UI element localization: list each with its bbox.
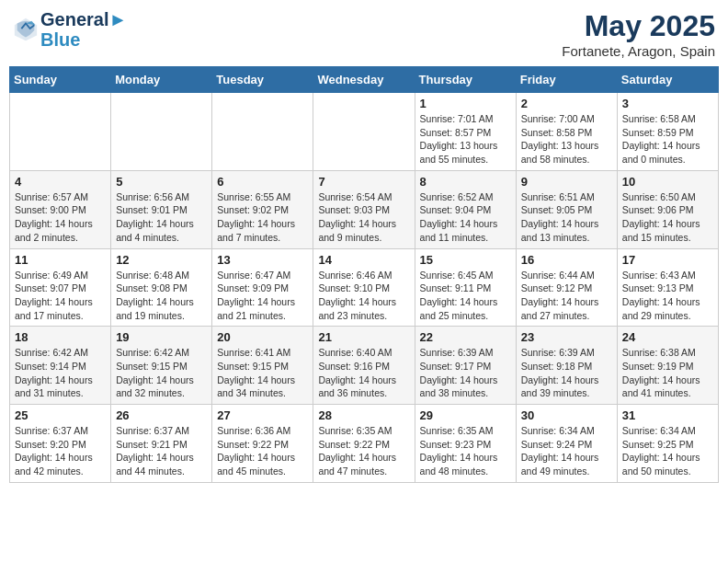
calendar-header-row: SundayMondayTuesdayWednesdayThursdayFrid… (10, 67, 719, 93)
day-number: 14 (318, 253, 409, 267)
day-info: Sunrise: 6:56 AMSunset: 9:01 PMDaylight:… (116, 190, 207, 245)
column-header-tuesday: Tuesday (212, 67, 313, 93)
day-number: 27 (217, 408, 308, 422)
day-number: 23 (521, 330, 612, 344)
day-info: Sunrise: 6:49 AMSunset: 9:07 PMDaylight:… (15, 269, 106, 323)
calendar-week-row: 1Sunrise: 7:01 AMSunset: 8:57 PMDaylight… (10, 93, 719, 171)
day-info: Sunrise: 6:57 AMSunset: 9:00 PMDaylight:… (15, 190, 106, 245)
calendar-cell: 22Sunrise: 6:39 AMSunset: 9:17 PMDayligh… (415, 327, 516, 405)
day-info: Sunrise: 6:44 AMSunset: 9:12 PMDaylight:… (521, 269, 612, 323)
calendar-cell: 2Sunrise: 7:00 AMSunset: 8:58 PMDaylight… (516, 93, 617, 171)
day-number: 25 (15, 408, 106, 422)
calendar-cell: 29Sunrise: 6:35 AMSunset: 9:23 PMDayligh… (415, 405, 516, 483)
day-info: Sunrise: 6:47 AMSunset: 9:09 PMDaylight:… (217, 269, 308, 323)
day-number: 26 (116, 408, 207, 422)
day-info: Sunrise: 6:46 AMSunset: 9:10 PMDaylight:… (318, 269, 409, 323)
title-block: May 2025 Fortanete, Aragon, Spain (562, 9, 715, 59)
day-info: Sunrise: 6:42 AMSunset: 9:15 PMDaylight:… (116, 346, 207, 400)
day-number: 3 (622, 97, 713, 110)
day-number: 24 (622, 330, 713, 344)
day-number: 13 (217, 253, 308, 267)
day-info: Sunrise: 6:58 AMSunset: 8:59 PMDaylight:… (622, 112, 713, 167)
calendar-cell (111, 93, 212, 171)
logo-text-line1: General► (40, 9, 127, 29)
calendar-cell: 16Sunrise: 6:44 AMSunset: 9:12 PMDayligh… (516, 248, 617, 327)
day-info: Sunrise: 6:36 AMSunset: 9:22 PMDaylight:… (217, 424, 308, 478)
day-number: 31 (622, 408, 713, 422)
day-info: Sunrise: 6:55 AMSunset: 9:02 PMDaylight:… (217, 190, 308, 245)
calendar-cell: 13Sunrise: 6:47 AMSunset: 9:09 PMDayligh… (212, 248, 313, 327)
column-header-sunday: Sunday (10, 67, 111, 93)
day-info: Sunrise: 6:37 AMSunset: 9:20 PMDaylight:… (15, 424, 106, 478)
day-info: Sunrise: 6:38 AMSunset: 9:19 PMDaylight:… (622, 346, 713, 400)
day-info: Sunrise: 6:48 AMSunset: 9:08 PMDaylight:… (116, 269, 207, 323)
day-info: Sunrise: 6:35 AMSunset: 9:22 PMDaylight:… (318, 424, 409, 478)
calendar-cell: 1Sunrise: 7:01 AMSunset: 8:57 PMDaylight… (415, 93, 516, 171)
calendar-cell: 31Sunrise: 6:34 AMSunset: 9:25 PMDayligh… (617, 405, 718, 483)
day-info: Sunrise: 6:37 AMSunset: 9:21 PMDaylight:… (116, 424, 207, 478)
location-subtitle: Fortanete, Aragon, Spain (562, 43, 715, 59)
calendar-cell (10, 93, 111, 171)
logo-icon (13, 17, 39, 42)
day-info: Sunrise: 6:39 AMSunset: 9:18 PMDaylight:… (521, 346, 612, 400)
column-header-saturday: Saturday (617, 67, 718, 93)
column-header-wednesday: Wednesday (313, 67, 415, 93)
calendar-cell: 27Sunrise: 6:36 AMSunset: 9:22 PMDayligh… (212, 405, 313, 483)
logo: General► Blue (13, 9, 127, 50)
calendar-cell: 23Sunrise: 6:39 AMSunset: 9:18 PMDayligh… (516, 327, 617, 405)
day-info: Sunrise: 7:00 AMSunset: 8:58 PMDaylight:… (521, 112, 612, 167)
day-number: 16 (521, 253, 612, 267)
day-number: 6 (217, 175, 308, 189)
day-number: 15 (420, 253, 511, 267)
calendar-week-row: 18Sunrise: 6:42 AMSunset: 9:14 PMDayligh… (10, 327, 719, 405)
day-info: Sunrise: 6:52 AMSunset: 9:04 PMDaylight:… (420, 190, 511, 245)
day-number: 1 (420, 97, 511, 110)
calendar-cell: 25Sunrise: 6:37 AMSunset: 9:20 PMDayligh… (10, 405, 111, 483)
day-number: 8 (420, 175, 511, 189)
day-info: Sunrise: 6:43 AMSunset: 9:13 PMDaylight:… (622, 269, 713, 323)
day-info: Sunrise: 6:40 AMSunset: 9:16 PMDaylight:… (318, 346, 409, 400)
day-number: 7 (318, 175, 409, 189)
day-number: 21 (318, 330, 409, 344)
day-number: 29 (420, 408, 511, 422)
day-info: Sunrise: 6:39 AMSunset: 9:17 PMDaylight:… (420, 346, 511, 400)
day-info: Sunrise: 6:45 AMSunset: 9:11 PMDaylight:… (420, 269, 511, 323)
calendar-cell: 8Sunrise: 6:52 AMSunset: 9:04 PMDaylight… (415, 170, 516, 248)
day-number: 18 (15, 330, 106, 344)
day-number: 4 (15, 175, 106, 189)
month-year-title: May 2025 (562, 9, 715, 43)
day-number: 10 (622, 175, 713, 189)
day-number: 28 (318, 408, 409, 422)
day-number: 20 (217, 330, 308, 344)
calendar-cell: 12Sunrise: 6:48 AMSunset: 9:08 PMDayligh… (111, 248, 212, 327)
day-info: Sunrise: 7:01 AMSunset: 8:57 PMDaylight:… (420, 112, 511, 167)
day-number: 30 (521, 408, 612, 422)
day-number: 12 (116, 253, 207, 267)
calendar-cell: 5Sunrise: 6:56 AMSunset: 9:01 PMDaylight… (111, 170, 212, 248)
calendar-cell: 6Sunrise: 6:55 AMSunset: 9:02 PMDaylight… (212, 170, 313, 248)
calendar-week-row: 25Sunrise: 6:37 AMSunset: 9:20 PMDayligh… (10, 405, 719, 483)
day-info: Sunrise: 6:41 AMSunset: 9:15 PMDaylight:… (217, 346, 308, 400)
calendar-cell: 24Sunrise: 6:38 AMSunset: 9:19 PMDayligh… (617, 327, 718, 405)
calendar-cell (212, 93, 313, 171)
calendar-cell: 11Sunrise: 6:49 AMSunset: 9:07 PMDayligh… (10, 248, 111, 327)
calendar-cell: 26Sunrise: 6:37 AMSunset: 9:21 PMDayligh… (111, 405, 212, 483)
calendar-cell: 10Sunrise: 6:50 AMSunset: 9:06 PMDayligh… (617, 170, 718, 248)
day-number: 9 (521, 175, 612, 189)
day-number: 19 (116, 330, 207, 344)
calendar-cell: 20Sunrise: 6:41 AMSunset: 9:15 PMDayligh… (212, 327, 313, 405)
day-info: Sunrise: 6:34 AMSunset: 9:25 PMDaylight:… (622, 424, 713, 478)
calendar-week-row: 4Sunrise: 6:57 AMSunset: 9:00 PMDaylight… (10, 170, 719, 248)
calendar-cell: 4Sunrise: 6:57 AMSunset: 9:00 PMDaylight… (10, 170, 111, 248)
day-number: 11 (15, 253, 106, 267)
logo-text-line2: Blue (40, 29, 127, 50)
calendar-cell: 21Sunrise: 6:40 AMSunset: 9:16 PMDayligh… (313, 327, 415, 405)
day-info: Sunrise: 6:42 AMSunset: 9:14 PMDaylight:… (15, 346, 106, 400)
calendar-week-row: 11Sunrise: 6:49 AMSunset: 9:07 PMDayligh… (10, 248, 719, 327)
column-header-monday: Monday (111, 67, 212, 93)
calendar-cell: 7Sunrise: 6:54 AMSunset: 9:03 PMDaylight… (313, 170, 415, 248)
calendar-cell: 3Sunrise: 6:58 AMSunset: 8:59 PMDaylight… (617, 93, 718, 171)
calendar-table: SundayMondayTuesdayWednesdayThursdayFrid… (9, 66, 719, 483)
column-header-thursday: Thursday (415, 67, 516, 93)
calendar-cell: 14Sunrise: 6:46 AMSunset: 9:10 PMDayligh… (313, 248, 415, 327)
